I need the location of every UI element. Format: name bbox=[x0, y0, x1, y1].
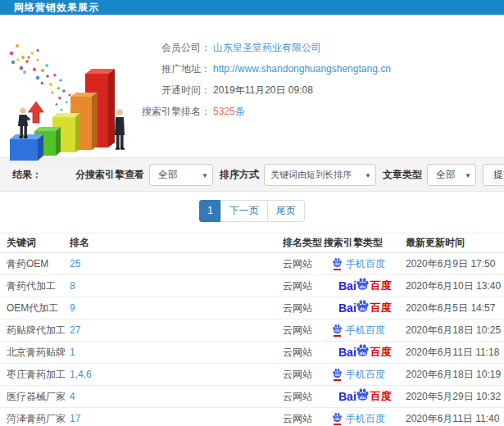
baidu-logo[interactable]: Baidu百度 bbox=[324, 299, 392, 318]
table-row: 菏泽膏药厂家17云网站du手机百度2020年6月11日 11:40 bbox=[0, 408, 504, 426]
header-updated: 最新更新时间 bbox=[406, 233, 504, 253]
mobile-baidu-label: 手机百度 bbox=[346, 368, 385, 382]
baidu-paw-icon: du bbox=[356, 277, 370, 291]
rank-link[interactable]: 1 bbox=[70, 347, 75, 358]
company-info-block: 会员公司：山东皇圣堂药业有限公司推广地址：http://www.shandong… bbox=[119, 43, 500, 128]
article-filter-select[interactable]: 全部 ▼ bbox=[427, 164, 476, 186]
rank-type-cell: 云网站 bbox=[283, 320, 324, 342]
rank-cell: 1,4,6 bbox=[70, 364, 283, 386]
baidu-underline bbox=[334, 335, 341, 337]
rank-link[interactable]: 9 bbox=[70, 302, 75, 314]
results-table: 关键词 排名 排名类型 搜索引擎类型 最新更新时间 膏药OEM25云网站du手机… bbox=[0, 233, 504, 426]
rank-link[interactable]: 25 bbox=[70, 258, 80, 270]
svg-text:du: du bbox=[335, 262, 340, 266]
svg-text:du: du bbox=[335, 373, 340, 377]
mobile-baidu-label: 手机百度 bbox=[346, 324, 385, 338]
keyword-cell: OEM代加工 bbox=[0, 297, 70, 320]
svg-text:du: du bbox=[360, 349, 366, 355]
engine-cell: Baidu百度 bbox=[324, 275, 406, 297]
rank-link[interactable]: 1,4,6 bbox=[70, 369, 92, 380]
rank-cell: 1 bbox=[70, 342, 283, 364]
baidu-underline bbox=[334, 269, 341, 270]
info-label: 会员公司： bbox=[119, 43, 211, 53]
info-value: 2019年11月20日 09:08 bbox=[213, 85, 313, 96]
mobile-baidu-label: 手机百度 bbox=[346, 257, 385, 271]
top-section: 会员公司：山东皇圣堂药业有限公司推广地址：http://www.shandong… bbox=[0, 15, 504, 157]
table-row: 医疗器械厂家4云网站Baidu百度2020年5月29日 10:32 bbox=[0, 386, 504, 408]
updated-cell: 2020年6月9日 17:50 bbox=[406, 253, 504, 275]
baidu-logo[interactable]: Baidu百度 bbox=[324, 343, 392, 362]
page-last[interactable]: 尾页 bbox=[267, 200, 305, 222]
table-row: 药贴牌代加工27云网站du手机百度2020年6月18日 10:25 bbox=[0, 320, 504, 342]
sort-filter-label: 排序方式 bbox=[220, 168, 259, 182]
info-row: 会员公司：山东皇圣堂药业有限公司 bbox=[119, 43, 500, 53]
updated-cell: 2020年6月11日 11:40 bbox=[406, 408, 504, 426]
article-filter-label: 文章类型 bbox=[383, 168, 422, 182]
page-next[interactable]: 下一页 bbox=[220, 200, 268, 222]
article-filter-value: 全部 bbox=[436, 168, 456, 182]
ranking-count: 5325 bbox=[213, 106, 235, 117]
up-arrow bbox=[29, 102, 44, 123]
table-row: 北京膏药贴牌1云网站Baidu百度2020年6月11日 11:18 bbox=[0, 342, 504, 364]
keyword-cell: 药贴牌代加工 bbox=[0, 320, 70, 342]
page-current[interactable]: 1 bbox=[199, 200, 221, 222]
mobile-baidu-label: 手机百度 bbox=[346, 412, 385, 426]
confetti bbox=[9, 44, 72, 111]
submit-button[interactable]: 提交 bbox=[483, 164, 504, 186]
rank-type-cell: 云网站 bbox=[283, 297, 324, 320]
sort-filter-value: 关键词由短到长排序 bbox=[270, 169, 352, 181]
rank-link[interactable]: 4 bbox=[70, 391, 75, 402]
page-title: 网络营销效果展示 bbox=[14, 1, 99, 15]
mobile-baidu-link[interactable]: du手机百度 bbox=[324, 257, 385, 271]
ranking-count-unit: 条 bbox=[235, 106, 245, 117]
header-bar: 网络营销效果展示 bbox=[0, 0, 504, 15]
rank-type-cell: 云网站 bbox=[283, 386, 324, 408]
svg-text:du: du bbox=[335, 417, 340, 421]
baidu-logo[interactable]: Baidu百度 bbox=[324, 277, 392, 296]
updated-cell: 2020年6月18日 10:19 bbox=[406, 364, 504, 386]
updated-cell: 2020年6月11日 11:18 bbox=[406, 342, 504, 364]
rank-link[interactable]: 27 bbox=[70, 324, 80, 336]
keyword-cell: 菏泽膏药厂家 bbox=[0, 408, 70, 426]
table-row: OEM代加工9云网站Baidu百度2020年6月5日 14:57 bbox=[0, 297, 504, 320]
info-row: 开通时间：2019年11月20日 09:08 bbox=[119, 85, 500, 96]
baidu-logo-cn: 百度 bbox=[370, 345, 392, 360]
keyword-cell: 膏药OEM bbox=[0, 253, 70, 275]
mobile-baidu-icon: du bbox=[332, 324, 343, 337]
info-label: 推广地址： bbox=[119, 64, 211, 75]
rank-link[interactable]: 17 bbox=[70, 413, 80, 424]
mobile-baidu-link[interactable]: du手机百度 bbox=[324, 368, 385, 382]
rank-cell: 17 bbox=[70, 408, 283, 426]
svg-text:du: du bbox=[360, 305, 366, 310]
baidu-logo-cn: 百度 bbox=[370, 301, 392, 315]
rank-cell: 4 bbox=[70, 386, 283, 408]
table-row: 膏药代加工8云网站Baidu百度2020年6月10日 13:40 bbox=[0, 275, 504, 297]
rank-type-cell: 云网站 bbox=[283, 275, 324, 297]
rank-link[interactable]: 8 bbox=[70, 280, 75, 292]
baidu-logo-cn: 百度 bbox=[370, 389, 392, 404]
engine-cell: Baidu百度 bbox=[324, 297, 406, 320]
keyword-cell: 膏药代加工 bbox=[0, 275, 70, 297]
mobile-baidu-link[interactable]: du手机百度 bbox=[324, 412, 385, 426]
updated-cell: 2020年6月10日 13:40 bbox=[406, 275, 504, 297]
info-value-link[interactable]: http://www.shandonghuangshengtang.cn bbox=[213, 64, 391, 75]
info-value: 5325条 bbox=[213, 106, 245, 117]
keyword-cell: 枣庄膏药加工 bbox=[0, 364, 70, 386]
engine-filter-select[interactable]: 全部 ▼ bbox=[149, 164, 213, 186]
engine-cell: du手机百度 bbox=[324, 253, 406, 275]
mobile-baidu-link[interactable]: du手机百度 bbox=[324, 324, 385, 338]
rank-type-cell: 云网站 bbox=[283, 342, 324, 364]
info-value-link[interactable]: 山东皇圣堂药业有限公司 bbox=[213, 43, 321, 53]
keyword-cell: 医疗器械厂家 bbox=[0, 386, 70, 408]
header-engine-type: 搜索引擎类型 bbox=[324, 233, 406, 253]
rank-cell: 9 bbox=[70, 297, 283, 320]
baidu-logo[interactable]: Baidu百度 bbox=[324, 387, 392, 406]
rank-type-cell: 云网站 bbox=[283, 253, 324, 275]
updated-cell: 2020年6月5日 14:57 bbox=[406, 297, 504, 320]
engine-cell: Baidu百度 bbox=[324, 342, 406, 364]
baidu-underline bbox=[334, 379, 341, 381]
sort-filter-select[interactable]: 关键词由短到长排序 ▼ bbox=[264, 164, 376, 186]
engine-cell: du手机百度 bbox=[324, 364, 406, 386]
table-header-row: 关键词 排名 排名类型 搜索引擎类型 最新更新时间 bbox=[0, 233, 504, 253]
engine-cell: du手机百度 bbox=[324, 320, 406, 342]
